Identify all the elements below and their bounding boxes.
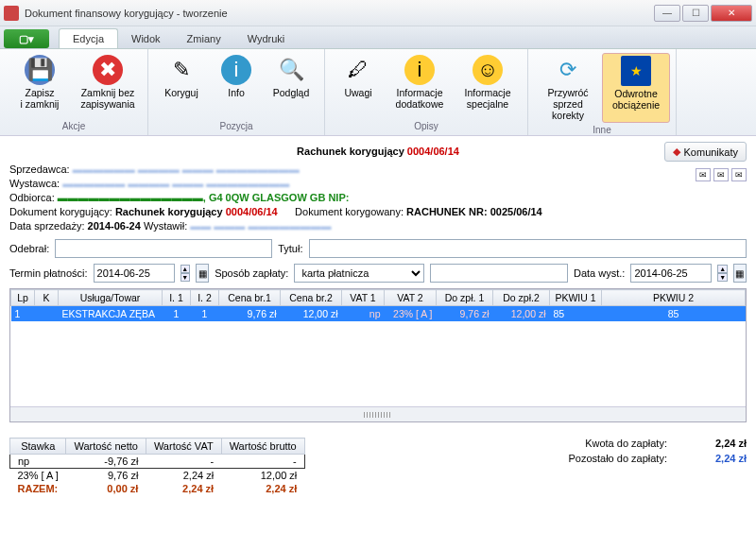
koryguj-button[interactable]: ✎ Koryguj: [154, 53, 209, 119]
tab-wydruki[interactable]: Wydruki: [234, 29, 299, 48]
close-nosave-button[interactable]: ✖ Zamknij bez zapisywania: [74, 53, 142, 119]
titlebar: Dokument finansowy korygujący - tworzeni…: [0, 0, 756, 26]
mail-icon-2[interactable]: ✉: [713, 168, 729, 181]
items-table-wrap: Lp K Usługa/Towar I. 1 I. 2 Cena br.1 Ce…: [9, 288, 747, 422]
group-inne-title: Inne: [593, 125, 610, 135]
info-yellow-icon: i: [404, 55, 435, 85]
ribbon: 💾 Zapisz i zamknij ✖ Zamknij bez zapisyw…: [0, 49, 756, 136]
table-row: np -9,76 zł - -: [10, 455, 305, 469]
info-icon: i: [221, 55, 251, 85]
info-dodatkowe-button[interactable]: i Informacje dodatkowe: [386, 53, 454, 119]
przywroc-button[interactable]: ⟳ Przywróć sprzed korekty: [534, 53, 602, 123]
tab-zmiany[interactable]: Zmiany: [174, 29, 234, 48]
pen-icon: 🖊: [343, 55, 373, 85]
table-row[interactable]: 1 EKSTRAKCJA ZĘBA 1 1 9,76 zł 12,00 zł n…: [11, 306, 746, 322]
maximize-button[interactable]: ☐: [682, 5, 709, 22]
tytul-label: Tytuł:: [278, 243, 302, 254]
vat-summary-table: Stawka Wartość netto Wartość VAT Wartość…: [9, 438, 305, 495]
odwrotne-button[interactable]: ★ Odwrotne obciążenie: [602, 53, 670, 123]
alert-icon: ◆: [673, 146, 680, 158]
termin-label: Termin płatności:: [9, 267, 88, 279]
minimize-button[interactable]: —: [654, 5, 680, 22]
tytul-input[interactable]: [309, 239, 747, 258]
termin-spinner[interactable]: ▲▼: [180, 265, 191, 282]
data-wyst-input[interactable]: [630, 264, 712, 283]
kwota-label: Kwota do zapłaty:: [585, 438, 667, 449]
group-opisy-title: Opisy: [414, 121, 438, 131]
window-title: Dokument finansowy korygujący - tworzeni…: [25, 8, 654, 19]
magnifier-icon: 🔍: [276, 55, 306, 85]
podglad-button[interactable]: 🔍 Podgląd: [264, 53, 318, 119]
horizontal-splitter[interactable]: [10, 406, 746, 421]
kwota-value: 2,24 zł: [680, 438, 747, 449]
refresh-icon: ⟳: [553, 55, 583, 85]
save-close-button[interactable]: 💾 Zapisz i zamknij: [6, 53, 74, 119]
doc-meta: Sprzedawca: ▬▬▬▬▬▬ ▬▬▬▬ ▬▬▬ ▬▬▬▬▬▬▬▬ Wys…: [9, 163, 747, 233]
data-wyst-spinner[interactable]: ▲▼: [717, 265, 728, 282]
group-akcje-title: Akcje: [62, 121, 85, 131]
extra-input[interactable]: [430, 264, 568, 283]
pozostalo-label: Pozostało do zapłaty:: [568, 453, 667, 464]
tab-edycja[interactable]: Edycja: [59, 28, 118, 48]
eu-flag-icon: ★: [621, 56, 651, 86]
file-menu-button[interactable]: ▢▾: [4, 29, 49, 48]
table-row: 23% [ A ] 9,76 zł 2,24 zł 12,00 zł: [10, 469, 305, 483]
pozostalo-value: 2,24 zł: [680, 453, 747, 464]
mail-icon-1[interactable]: ✉: [696, 168, 711, 181]
uwagi-button[interactable]: 🖊 Uwagi: [331, 53, 386, 119]
termin-calendar-icon[interactable]: ▦: [196, 264, 209, 283]
termin-input[interactable]: [94, 264, 175, 283]
app-icon: [4, 6, 19, 21]
doc-title: Rachunek korygujący 0004/06/14: [9, 142, 747, 159]
odebral-input[interactable]: [55, 239, 272, 258]
cancel-icon: ✖: [93, 55, 123, 85]
save-icon: 💾: [25, 55, 55, 85]
sposob-label: Sposób zapłaty:: [215, 267, 288, 279]
odebral-label: Odebrał:: [9, 243, 49, 254]
tabbar: ▢▾ Edycja Widok Zmiany Wydruki: [0, 26, 756, 49]
smiley-icon: ☺: [472, 55, 503, 85]
data-wyst-calendar-icon[interactable]: ▦: [733, 264, 747, 283]
data-wyst-label: Data wyst.:: [574, 267, 625, 279]
komunikaty-button[interactable]: ◆ Komunikaty: [664, 142, 747, 162]
totals: Kwota do zapłaty: 2,24 zł Pozostało do z…: [568, 438, 747, 495]
info-button[interactable]: i Info: [209, 53, 264, 119]
pencil-icon: ✎: [166, 55, 197, 85]
info-specjalne-button[interactable]: ☺ Informacje specjalne: [454, 53, 522, 119]
group-pozycja-title: Pozycja: [219, 121, 252, 131]
sposob-select[interactable]: karta płatnicza: [294, 264, 424, 283]
table-row-total: RAZEM: 0,00 zł 2,24 zł 2,24 zł: [10, 482, 305, 495]
close-button[interactable]: ✕: [711, 5, 752, 22]
items-table[interactable]: Lp K Usługa/Towar I. 1 I. 2 Cena br.1 Ce…: [10, 289, 746, 321]
tab-widok[interactable]: Widok: [118, 29, 174, 48]
mail-icon-3[interactable]: ✉: [731, 168, 747, 181]
